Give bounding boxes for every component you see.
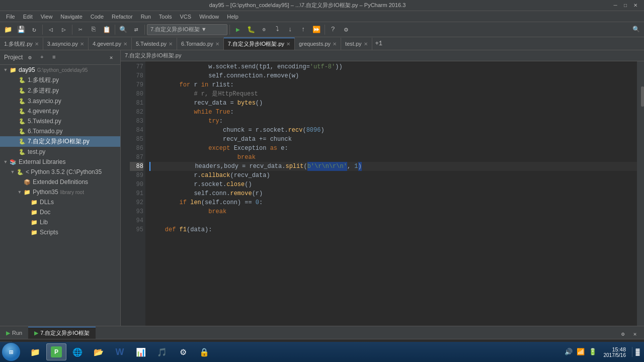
tab-close-icon[interactable]: ✕ <box>215 41 219 47</box>
coverage-button[interactable]: ⚙ <box>258 24 270 36</box>
start-button[interactable]: ⊞ <box>2 343 20 361</box>
code-content[interactable]: w.socket.send(tp1, encoding='utf-8')) se… <box>145 61 637 326</box>
tree-item-zidingyiy[interactable]: 🐍 7.自定义异步IO框架.py <box>0 136 120 147</box>
minimize-button[interactable]: ─ <box>611 1 620 10</box>
tab-tornado[interactable]: 6.Tornado.py ✕ <box>177 38 224 50</box>
tree-python35-root[interactable]: ▼ 📁 Python35 library root <box>0 187 120 197</box>
sidebar-close-icon[interactable]: ✕ <box>106 52 116 62</box>
tab-run-file[interactable]: ▶ 7.自定义异步IO框架 <box>28 327 96 339</box>
taskbar-app7[interactable]: 🎵 <box>152 343 172 360</box>
tab-test[interactable]: test.py ✕ <box>341 38 372 50</box>
debug-button[interactable]: 🐛 <box>245 24 257 36</box>
tab-close-icon[interactable]: ✕ <box>123 41 127 47</box>
menu-refactor[interactable]: Refactor <box>108 11 137 22</box>
taskbar-clock[interactable]: 15:48 2017/5/16 <box>600 346 630 358</box>
back-button[interactable]: ◁ <box>45 24 57 36</box>
settings-button[interactable]: ⚙ <box>340 24 352 36</box>
tree-item-tornado[interactable]: 🐍 6.Tornado.py <box>0 126 120 136</box>
tab-run[interactable]: ▶ Run <box>0 327 28 339</box>
tab-close-icon[interactable]: ✕ <box>169 41 173 47</box>
maximize-button[interactable]: □ <box>621 1 630 10</box>
step-over-button[interactable]: ⤵ <box>271 24 283 36</box>
close-button[interactable]: ✕ <box>631 1 640 10</box>
tab-asyncio[interactable]: 3.asyncio.py ✕ <box>43 38 89 50</box>
copy-button[interactable]: ⎘ <box>88 24 100 36</box>
taskbar-app8[interactable]: ⚙ <box>173 343 193 360</box>
tab-close-icon[interactable]: ✕ <box>35 41 39 47</box>
tab-zidingyiy[interactable]: 7.自定义异步IO框架.py ✕ <box>224 38 295 50</box>
bottom-settings-icon[interactable]: ⚙ <box>618 329 628 339</box>
taskbar-word[interactable]: W <box>110 343 130 360</box>
tree-item-gevent[interactable]: 🐍 4.gevent.py <box>0 106 120 116</box>
menu-navigate[interactable]: Navigate <box>56 11 86 22</box>
run-button[interactable]: ▶ <box>232 24 244 36</box>
menu-run[interactable]: Run <box>137 11 155 22</box>
code-editor[interactable]: 77 78 79 80 81 82 83 84 85 86 87 88 89 9… <box>121 61 644 326</box>
save-button[interactable]: 💾 <box>15 24 27 36</box>
menu-code[interactable]: Code <box>87 11 108 22</box>
taskbar-pycharm[interactable]: P <box>46 343 66 360</box>
tab-close-icon[interactable]: ✕ <box>364 41 368 47</box>
bottom-close-icon[interactable]: ✕ <box>630 329 640 339</box>
sidebar-gear-icon[interactable]: ≡ <box>49 52 59 62</box>
tree-item-multiprocess[interactable]: 🐍 2.多进程.py <box>0 85 120 96</box>
tree-extended-defs[interactable]: 📦 Extended Definitions <box>0 177 120 187</box>
menu-edit[interactable]: Edit <box>19 11 37 22</box>
replace-button[interactable]: ⇄ <box>130 24 142 36</box>
show-desktop-icon[interactable]: ▓ <box>632 347 642 357</box>
sync-button[interactable]: ↻ <box>28 24 40 36</box>
tab-duoxiancheng[interactable]: 1.多线程.py ✕ <box>0 38 43 50</box>
tree-external-libs[interactable]: ▼ 📚 External Libraries <box>0 157 120 167</box>
tree-doc[interactable]: 📁 Doc <box>0 207 120 217</box>
open-dir-button[interactable]: 📁 <box>2 24 14 36</box>
sidebar-settings-icon[interactable]: ⚙ <box>25 52 35 62</box>
taskbar-app6[interactable]: 📊 <box>131 343 151 360</box>
taskbar-explorer2[interactable]: 📂 <box>89 343 109 360</box>
tray-network-icon[interactable]: 🔊 <box>564 347 574 357</box>
step-out-button[interactable]: ↑ <box>297 24 309 36</box>
tree-python35[interactable]: ▼ 🐍 < Python 3.5.2 (C:\Python35 <box>0 167 120 177</box>
taskbar-app9[interactable]: 🔒 <box>194 343 214 360</box>
tree-root[interactable]: ▼ 📁 day95 G:\python_code\day95 <box>0 65 120 75</box>
tab-gevent[interactable]: 4.gevent.py ✕ <box>89 38 132 50</box>
paste-button[interactable]: 📋 <box>101 24 113 36</box>
menu-help[interactable]: Help <box>223 11 243 22</box>
tree-item-asyncio[interactable]: 🐍 3.asyncio.py <box>0 96 120 106</box>
tree-item-multithread[interactable]: 🐍 1.多线程.py <box>0 75 120 85</box>
tab-grequests[interactable]: grequests.py ✕ <box>295 38 341 50</box>
taskbar-chrome[interactable]: 🌐 <box>67 343 88 360</box>
tab-label: 7.自定义异步IO框架.py <box>228 40 284 48</box>
python-file-icon: 🐍 <box>18 107 26 115</box>
tree-dlls[interactable]: 📁 DLLs <box>0 197 120 207</box>
tree-scripts[interactable]: 📁 Scripts <box>0 227 120 237</box>
forward-button[interactable]: ▷ <box>58 24 70 36</box>
tree-expand-icon: ▼ <box>2 159 9 164</box>
menu-view[interactable]: View <box>37 11 57 22</box>
tray-volume-icon[interactable]: 📶 <box>576 347 586 357</box>
tab-twisted[interactable]: 5.Twisted.py ✕ <box>132 38 177 50</box>
help-button[interactable]: ? <box>327 24 339 36</box>
search-button[interactable]: 🔍 <box>117 24 129 36</box>
tab-close-icon[interactable]: ✕ <box>80 41 84 47</box>
global-search-icon[interactable]: 🔍 <box>630 24 642 36</box>
run-config-dropdown[interactable]: 7.自定义异步IO框架 ▼ <box>147 24 227 35</box>
sidebar-add-icon[interactable]: + <box>37 52 47 62</box>
tabs-overflow[interactable]: +1 <box>372 38 385 50</box>
gutter-cell <box>121 143 128 152</box>
menu-tools[interactable]: Tools <box>155 11 176 22</box>
menu-vcs[interactable]: VCS <box>176 11 196 22</box>
resume-button[interactable]: ⏩ <box>310 24 323 36</box>
tree-item-twisted[interactable]: 🐍 5.Twisted.py <box>0 116 120 126</box>
bottom-tabs: ▶ Run ▶ 7.自定义异步IO框架 ⚙ ✕ <box>0 326 644 339</box>
tab-close-icon[interactable]: ✕ <box>286 41 290 47</box>
step-into-button[interactable]: ↓ <box>284 24 296 36</box>
taskbar-explorer[interactable]: 📁 <box>25 343 45 360</box>
tab-close-icon[interactable]: ✕ <box>333 41 337 47</box>
menu-file[interactable]: File <box>2 11 19 22</box>
tree-item-testpy[interactable]: 🐍 test.py <box>0 147 120 157</box>
cut-button[interactable]: ✂ <box>74 24 87 36</box>
tray-battery-icon[interactable]: 🔋 <box>588 347 598 357</box>
editor-scrollbar-panel[interactable] <box>637 61 644 326</box>
menu-window[interactable]: Window <box>195 11 223 22</box>
tree-lib[interactable]: 📁 Lib <box>0 217 120 227</box>
